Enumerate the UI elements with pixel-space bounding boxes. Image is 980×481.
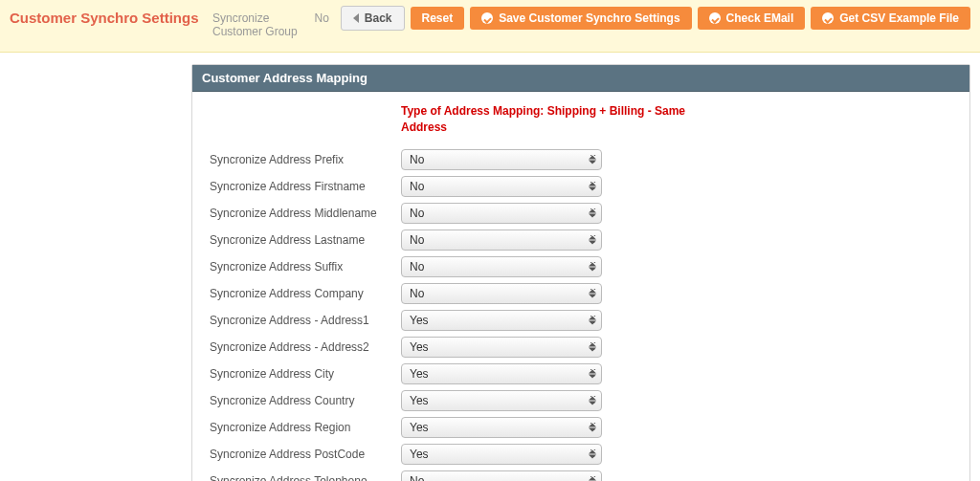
sync-select[interactable]: NoYes (401, 176, 602, 197)
form-label: Syncronize Address City (210, 367, 401, 381)
select-wrap: NoYes (401, 310, 602, 331)
select-wrap: NoYes (401, 390, 602, 411)
back-button[interactable]: Back (341, 6, 405, 31)
form-label: Syncronize Address Middlename (210, 207, 401, 220)
select-wrap: NoYes (401, 470, 602, 481)
back-arrow-icon (353, 13, 359, 23)
form-row: Syncronize Address CompanyNoYes (210, 283, 952, 304)
check-circle-icon (709, 12, 721, 24)
mapping-type-note: Type of Address Mapping: Shipping + Bill… (401, 103, 688, 136)
form-row: Syncronize Address PrefixNoYes (210, 149, 952, 170)
sync-select[interactable]: NoYes (401, 337, 602, 358)
sync-select[interactable]: NoYes (401, 230, 602, 251)
check-circle-icon (822, 12, 834, 24)
sync-select[interactable]: NoYes (401, 283, 602, 304)
form-label: Syncronize Address Telephone (210, 474, 401, 481)
save-button[interactable]: Save Customer Synchro Settings (470, 7, 691, 30)
reset-button[interactable]: Reset (411, 7, 465, 30)
check-email-button[interactable]: Check EMail (698, 7, 806, 30)
inline-field-label: Syncronize Customer Group (212, 6, 302, 38)
sync-select[interactable]: NoYes (401, 203, 602, 224)
form-row: Syncronize Address SuffixNoYes (210, 256, 952, 277)
form-row: Syncronize Address CountryNoYes (210, 390, 952, 411)
select-wrap: NoYes (401, 230, 602, 251)
panel-body: Type of Address Mapping: Shipping + Bill… (192, 92, 969, 481)
form-row: Syncronize Address FirstnameNoYes (210, 176, 952, 197)
check-email-button-label: Check EMail (726, 11, 794, 25)
sync-select[interactable]: NoYes (401, 444, 602, 465)
sync-select[interactable]: NoYes (401, 256, 602, 277)
address-mapping-panel: Customer Address Mapping Type of Address… (191, 64, 970, 481)
select-wrap: NoYes (401, 256, 602, 277)
select-wrap: NoYes (401, 149, 602, 170)
form-row: Syncronize Address CityNoYes (210, 363, 952, 384)
form-row: Syncronize Address RegionNoYes (210, 417, 952, 438)
sync-select[interactable]: NoYes (401, 363, 602, 384)
form-label: Syncronize Address - Address2 (210, 340, 401, 354)
form-label: Syncronize Address Suffix (210, 260, 401, 273)
sync-select[interactable]: NoYes (401, 149, 602, 170)
form-label: Syncronize Address - Address1 (210, 314, 401, 327)
sync-select[interactable]: NoYes (401, 470, 602, 481)
note-row: Type of Address Mapping: Shipping + Bill… (210, 103, 952, 149)
sync-select[interactable]: NoYes (401, 390, 602, 411)
check-circle-icon (481, 12, 493, 24)
sync-select[interactable]: NoYes (401, 417, 602, 438)
back-button-label: Back (365, 11, 392, 25)
form-row: Syncronize Address MiddlenameNoYes (210, 203, 952, 224)
save-button-label: Save Customer Synchro Settings (499, 11, 679, 25)
form-label: Syncronize Address Firstname (210, 180, 401, 193)
form-row: Syncronize Address LastnameNoYes (210, 230, 952, 251)
content-area: Customer Address Mapping Type of Address… (0, 53, 980, 481)
header-bar: Customer Synchro Settings Syncronize Cus… (0, 0, 980, 53)
form-label: Syncronize Address PostCode (210, 448, 401, 461)
select-wrap: NoYes (401, 203, 602, 224)
page-title: Customer Synchro Settings (10, 6, 201, 26)
select-wrap: NoYes (401, 283, 602, 304)
select-wrap: NoYes (401, 444, 602, 465)
sync-select[interactable]: NoYes (401, 310, 602, 331)
form-label: Syncronize Address Prefix (210, 153, 401, 166)
form-row: Syncronize Address PostCodeNoYes (210, 444, 952, 465)
panel-title: Customer Address Mapping (192, 65, 969, 92)
select-wrap: NoYes (401, 363, 602, 384)
form-row: Syncronize Address - Address1NoYes (210, 310, 952, 331)
select-wrap: NoYes (401, 176, 602, 197)
select-wrap: NoYes (401, 337, 602, 358)
form-label: Syncronize Address Lastname (210, 233, 401, 247)
form-label: Syncronize Address Country (210, 394, 401, 407)
form-label: Syncronize Address Region (210, 421, 401, 434)
form-label: Syncronize Address Company (210, 287, 401, 300)
get-csv-button-label: Get CSV Example File (839, 11, 959, 25)
reset-button-label: Reset (422, 11, 454, 25)
form-row: Syncronize Address TelephoneNoYes (210, 470, 952, 481)
get-csv-button[interactable]: Get CSV Example File (811, 7, 970, 30)
inline-field-value: No (314, 6, 328, 25)
select-wrap: NoYes (401, 417, 602, 438)
form-row: Syncronize Address - Address2NoYes (210, 337, 952, 358)
action-button-row: Back Reset Save Customer Synchro Setting… (341, 6, 970, 31)
